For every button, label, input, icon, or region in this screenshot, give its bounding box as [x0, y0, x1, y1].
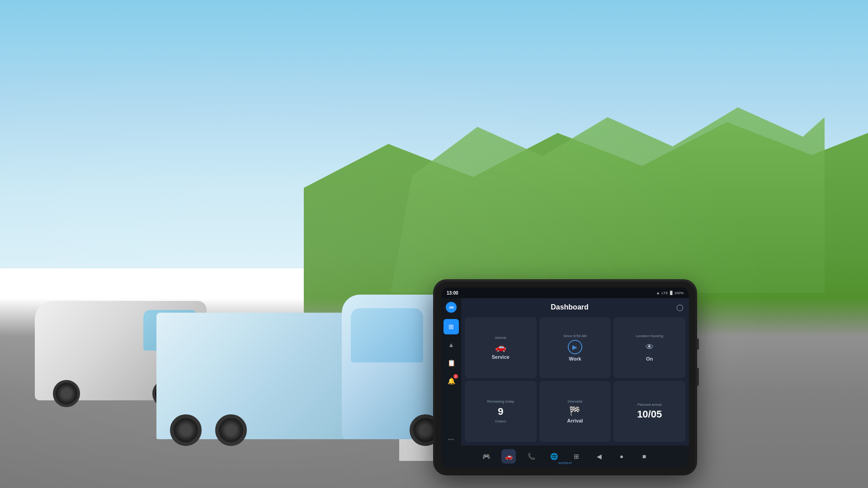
- apps-grid-icon: ⊞: [574, 453, 579, 460]
- volume-button[interactable]: [697, 338, 699, 350]
- truck-wheel-1: [170, 414, 202, 446]
- back-arrow-icon: ◀: [597, 453, 602, 460]
- nav-home-btn[interactable]: ●: [614, 449, 629, 464]
- nav-phone-btn[interactable]: 📞: [524, 449, 538, 464]
- app-area: JM ⊞ ▲ 📋 🔔 1 •••: [441, 298, 689, 446]
- steering-icon: 🎮: [482, 453, 490, 460]
- arrival-label-top: Grenoble: [568, 399, 583, 404]
- alerts-icon: 🔔: [448, 377, 455, 385]
- status-bar: 13:00 ▲ LTE ▉ 100%: [441, 287, 689, 298]
- truck-wheel-2: [215, 414, 247, 446]
- notification-bell-icon[interactable]: ◯: [675, 302, 685, 313]
- orders-card[interactable]: Remaining today 9 Orders: [465, 381, 537, 442]
- orders-icon: 📋: [448, 359, 455, 366]
- play-button-icon: ▶: [568, 340, 582, 354]
- sidebar-item-home[interactable]: ⊞: [443, 319, 459, 334]
- planned-arrival-card[interactable]: Planned arrival 10/05: [613, 381, 685, 442]
- globe-icon: 🌐: [550, 453, 558, 460]
- eye-icon: 👁: [642, 340, 657, 354]
- location-tracking-card[interactable]: Location tracking 👁 On: [613, 317, 685, 378]
- dashboard-grid: Vehicle 🚗 Service Since 8:58 AM ▶ Work: [465, 317, 685, 442]
- sidebar-item-navigation[interactable]: ▲: [443, 337, 459, 352]
- arrival-flag-icon: 🏁: [569, 405, 580, 416]
- tablet-screen: 13:00 ▲ LTE ▉ 100% JM ⊞ ▲: [441, 287, 689, 467]
- vehicle-label-top: Vehicle: [495, 336, 506, 340]
- sidebar-item-orders[interactable]: 📋: [443, 355, 459, 371]
- vehicle-value: Service: [492, 354, 509, 360]
- power-button[interactable]: [697, 368, 699, 386]
- work-card[interactable]: Since 8:58 AM ▶ Work: [539, 317, 611, 378]
- tablet-outer-shell: 13:00 ▲ LTE ▉ 100% JM ⊞ ▲: [434, 280, 696, 474]
- sidebar: JM ⊞ ▲ 📋 🔔 1 •••: [441, 298, 461, 446]
- lte-label: LTE: [661, 291, 668, 295]
- bottom-nav: 🎮 🚗 📞 🌐 ⊞ ◀ ●: [441, 446, 689, 467]
- avatar[interactable]: JM: [446, 302, 457, 313]
- truck-vehicle: [156, 267, 450, 439]
- battery-icon: ▉: [670, 291, 673, 295]
- orders-count: 9: [498, 406, 503, 418]
- planned-arrival-date: 10/05: [637, 408, 662, 420]
- nav-stop-btn[interactable]: ■: [637, 449, 651, 464]
- main-content: Dashboard ◯ Vehicle 🚗 Service: [461, 298, 689, 446]
- orders-sublabel: Orders: [495, 419, 506, 423]
- van-wheel-left: [53, 380, 80, 407]
- nav-steering-btn[interactable]: 🎮: [479, 449, 493, 464]
- square-stop-icon: ■: [642, 453, 646, 460]
- vehicle-card[interactable]: Vehicle 🚗 Service: [465, 317, 537, 378]
- status-time: 13:00: [447, 291, 458, 296]
- orders-label-top: Remaining today: [487, 399, 514, 404]
- arrival-value: Arrival: [567, 418, 583, 423]
- navigation-icon: ▲: [448, 341, 454, 348]
- nav-vehicle-btn[interactable]: 🚗: [501, 449, 516, 464]
- alerts-badge: 1: [453, 374, 458, 379]
- webfleet-brand-label: webfleet: [558, 461, 572, 465]
- header-row: Dashboard ◯: [465, 302, 685, 313]
- location-label-top: Location tracking: [636, 334, 663, 338]
- tracking-value: On: [646, 356, 653, 361]
- status-icons: ▲ LTE ▉ 100%: [656, 291, 684, 295]
- work-label-top: Since 8:58 AM: [563, 334, 587, 338]
- planned-arrival-label-top: Planned arrival: [637, 403, 661, 407]
- sidebar-item-alerts[interactable]: 🔔 1: [443, 373, 459, 389]
- nav-back-btn[interactable]: ◀: [592, 449, 606, 464]
- vehicle-status-icon: 🚗: [505, 453, 513, 460]
- wifi-icon: ▲: [656, 291, 660, 295]
- home-icon: ⊞: [448, 323, 454, 330]
- battery-percent: 100%: [675, 291, 684, 295]
- circle-home-icon: ●: [620, 453, 623, 460]
- page-title: Dashboard: [465, 303, 675, 311]
- vehicle-icon: 🚗: [495, 342, 506, 352]
- arrival-card[interactable]: Grenoble 🏁 Arrival: [539, 381, 611, 442]
- truck-windshield: [351, 308, 423, 362]
- phone-icon: 📞: [528, 453, 535, 460]
- sidebar-more[interactable]: •••: [448, 437, 454, 442]
- work-value: Work: [569, 356, 581, 361]
- tablet-device: 13:00 ▲ LTE ▉ 100% JM ⊞ ▲: [434, 280, 696, 474]
